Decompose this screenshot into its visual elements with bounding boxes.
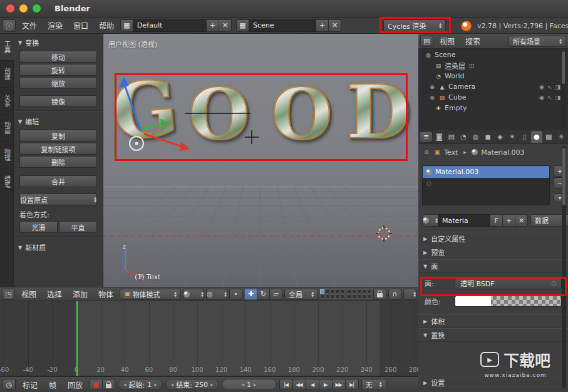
scene-tab[interactable]: ◔ [458, 131, 469, 143]
text-object-letter-d[interactable]: D [346, 75, 410, 149]
outliner-item-camera[interactable]: ⊕ ▲ Camera ◉ ↖ ◨ [418, 81, 568, 92]
properties-editor-type-button[interactable]: ≡ [420, 132, 433, 143]
outliner-item-world[interactable]: ◔ World [418, 71, 568, 81]
toolshelf-tab-create[interactable]: 创建 [0, 61, 14, 88]
constraints-tab[interactable]: ◈ [494, 131, 505, 143]
object-data-tab[interactable]: ▯ [519, 131, 530, 143]
outliner-item-scene[interactable]: ◍ Scene [418, 49, 568, 60]
viewport-menu-view[interactable]: 视图 [17, 289, 41, 299]
render-tab[interactable]: ◙ [433, 131, 445, 143]
duplicate-linked-button[interactable]: 复制链接项 [19, 143, 97, 155]
render-layers-tab[interactable]: ▤ [445, 131, 457, 143]
material-slot-selected[interactable]: Material.003 [423, 166, 549, 178]
object-tab[interactable]: ◼ [482, 131, 493, 143]
mode-dropdown[interactable]: ▣ 物体模式 ▲▼ [120, 289, 181, 300]
add-scene-button[interactable]: + [316, 19, 329, 32]
browse-scenes-button[interactable]: ▦ [236, 19, 249, 32]
viewport-editor-type-button[interactable]: ◳ [2, 289, 15, 300]
viewport-menu-select[interactable]: 选择 [43, 289, 66, 299]
layout-name-field[interactable]: Default [133, 19, 207, 32]
jump-to-start-button[interactable]: |◀ [279, 379, 293, 390]
mirror-button[interactable]: 镜像 [19, 95, 97, 107]
material-panel-header[interactable]: ▼ 新材质 [14, 240, 103, 254]
outliner-editor-type-button[interactable]: ▤ [420, 36, 433, 47]
lock-to-scene-toggle[interactable] [373, 289, 386, 300]
snap-magnet-toggle[interactable]: ∩ [388, 289, 401, 300]
frame-end-field[interactable]: ◂ 结束: 250 ▸ [165, 379, 219, 390]
custom-properties-panel-header[interactable]: ▶ 自定义属性 [418, 232, 568, 245]
menu-help[interactable]: 帮助 [95, 20, 118, 31]
manipulator-scale-button[interactable]: ▱ [269, 289, 282, 300]
shade-flat-button[interactable]: 平直 [59, 221, 97, 233]
viewport-menu-object[interactable]: 物体 [94, 289, 118, 299]
add-layout-button[interactable]: + [206, 19, 219, 32]
minimize-window-button[interactable] [19, 4, 28, 13]
outliner-display-filter-dropdown[interactable]: 所有场景 ▲▼ [509, 36, 566, 47]
toolshelf-tab-animation[interactable]: 动画 [0, 115, 14, 142]
selectability-icon[interactable]: ↖ [547, 84, 552, 90]
pin-icon[interactable]: ⊙ [423, 149, 430, 155]
expand-icon[interactable]: ⊕ [428, 95, 436, 101]
set-origin-dropdown[interactable]: 设置原点 ▲▼ [19, 193, 97, 205]
delete-button[interactable]: 删除 [19, 156, 97, 168]
viewport-menu-add[interactable]: 添加 [68, 289, 92, 299]
shade-smooth-button[interactable]: 光滑 [19, 221, 58, 233]
texture-tab[interactable]: ▩ [543, 131, 554, 143]
outliner-menu-search[interactable]: 搜索 [461, 36, 485, 46]
delete-layout-button[interactable]: ✕ [219, 19, 232, 32]
preview-panel-header[interactable]: ▶ 预览 [418, 245, 568, 259]
toolshelf-tab-relations[interactable]: 关系 [0, 88, 14, 115]
outliner-item-empty[interactable]: ✚ Empty [418, 103, 568, 113]
outliner-item-renderlayers[interactable]: ▤ 渲染层 ◫ [418, 60, 568, 71]
menu-window[interactable]: 窗口 [69, 20, 93, 31]
toolshelf-tab-greasepencil[interactable]: 蜡笔 [0, 168, 14, 195]
rotate-button[interactable]: 旋转 [19, 64, 97, 76]
prev-keyframe-button[interactable]: ◀◀ [292, 379, 306, 390]
play-reverse-button[interactable]: ◀ [306, 379, 319, 390]
duplicate-button[interactable]: 复制 [19, 130, 97, 142]
fake-user-button[interactable]: F [490, 214, 503, 227]
expand-icon[interactable]: ⊕ [428, 84, 436, 90]
timeline-menu-playback[interactable]: 回放 [63, 379, 87, 390]
snap-element-dropdown[interactable]: ▲▼ [403, 289, 416, 300]
color-swatch[interactable] [455, 296, 562, 307]
displacement-panel-header[interactable]: ▼ 置换 [418, 328, 568, 342]
timeline-editor-type-button[interactable]: ◷ [3, 379, 16, 390]
modifiers-tab[interactable]: ✶ [507, 131, 518, 143]
visibility-eye-icon[interactable]: ◉ [539, 95, 544, 101]
keying-set-lock-button[interactable] [102, 379, 115, 390]
render-engine-dropdown[interactable]: Cycles 渲染 ▲▼ [383, 19, 446, 32]
breadcrumb-object[interactable]: Text [444, 148, 458, 157]
renderability-icon[interactable]: ◨ [555, 84, 560, 90]
timeline-editor[interactable]: -60-40-200204060801001201401601802002202… [0, 301, 418, 376]
volume-panel-header[interactable]: ▶ 体积 [418, 314, 568, 328]
visibility-eye-icon[interactable]: ◉ [539, 84, 544, 90]
outliner-scrollbar[interactable] [561, 50, 565, 128]
manipulator-rotate-button[interactable]: ↻ [257, 289, 270, 300]
surface-shader-dropdown[interactable]: 透明 BSDF ○ [455, 277, 562, 289]
info-editor-button[interactable]: ⓘ [3, 19, 16, 32]
pivot-align-toggle[interactable]: • [229, 289, 242, 300]
timeline-menu-marker[interactable]: 标记 [18, 379, 42, 390]
browse-material-dropdown[interactable]: ▲▼ [422, 214, 438, 227]
browse-layouts-button[interactable]: ▦ [120, 19, 133, 32]
current-frame-field[interactable]: ◂ 1 ▸ [222, 379, 277, 390]
edit-panel-header[interactable]: ▼ 编辑 [14, 115, 103, 128]
frame-start-field[interactable]: ◂ 起始: 1 ▸ [118, 379, 163, 390]
outliner-menu-view[interactable]: 视图 [435, 36, 459, 46]
material-name-field[interactable]: Materia [438, 214, 490, 227]
transform-orientation-dropdown[interactable]: 全局 ▲▼ [284, 289, 318, 300]
delete-scene-button[interactable]: ✕ [328, 19, 341, 32]
auto-keyframe-record-button[interactable] [90, 379, 103, 390]
viewport-shading-dropdown[interactable]: ▲▼ [183, 289, 204, 300]
scene-name-field[interactable]: Scene [249, 19, 316, 32]
surface-panel-header[interactable]: ▼ 面 [418, 259, 568, 273]
play-button[interactable]: ▶ [319, 379, 333, 390]
join-button[interactable]: 合并 [19, 175, 97, 187]
translate-button[interactable]: 移动 [19, 51, 97, 63]
text-object-letter-o2[interactable]: O [271, 79, 333, 149]
world-tab[interactable]: ◍ [470, 131, 481, 143]
next-keyframe-button[interactable]: ▶▶ [332, 379, 346, 390]
viewport-3d[interactable]: 用户视图 (透视) G O O D [103, 34, 418, 287]
jump-to-end-button[interactable]: ▶| [345, 379, 359, 390]
